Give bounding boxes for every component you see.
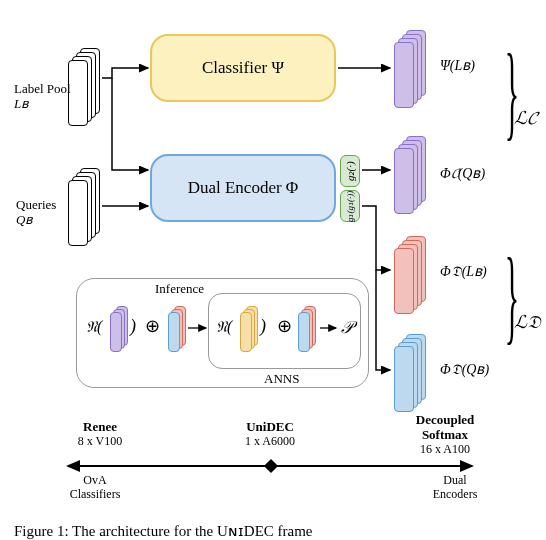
renee-gpu: 8 x V100 (60, 435, 140, 449)
decoupled-gpu: 16 x A100 (400, 443, 490, 457)
figure-caption: Figure 1: The architecture for the UɴɪDE… (14, 522, 313, 540)
axis-right: Dual Encoders (410, 474, 500, 502)
svg-marker-2 (460, 460, 474, 472)
spectrum-svg (60, 456, 480, 476)
axis-left: OvA Classifiers (50, 474, 140, 502)
gpu-spectrum: Renee 8 x V100 UniDEC 1 x A6000 Decouple… (60, 420, 480, 490)
decoupled-name: Decoupled Softmax (400, 413, 490, 443)
unidec-gpu: 1 x A6000 (220, 435, 320, 449)
svg-marker-1 (66, 460, 80, 472)
renee-name: Renee (60, 420, 140, 435)
diagram-canvas: Label Pool Lʙ Queries Qʙ Classifier Ψ Du… (0, 0, 546, 540)
svg-rect-3 (264, 459, 278, 473)
unidec-name: UniDEC (220, 420, 320, 435)
arrows (0, 0, 546, 420)
